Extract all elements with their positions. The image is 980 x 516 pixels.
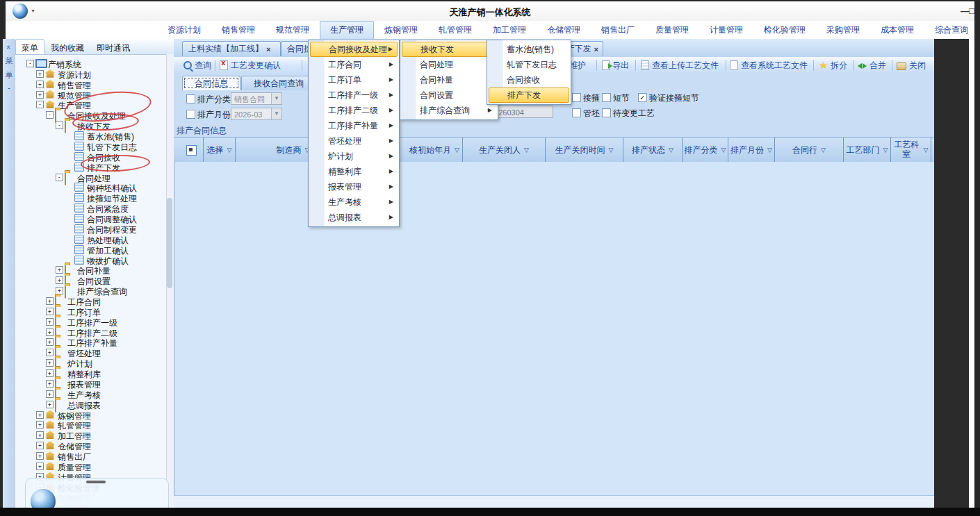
menubar-item-3[interactable]: 生产管理 <box>320 21 374 40</box>
tree-item[interactable]: +轧管管理 <box>15 419 165 430</box>
tab-close-icon[interactable]: × <box>266 45 275 53</box>
subtab-1[interactable]: 接收合同查询 <box>241 76 316 90</box>
column-filter-icon[interactable]: ▽ <box>883 147 888 153</box>
category-checkbox[interactable] <box>186 94 195 103</box>
tree-item[interactable]: 蓄水池(销售) <box>15 131 165 141</box>
grid-column-6[interactable]: 排产状态▽ <box>623 138 683 163</box>
tree-item[interactable]: -接收下发 <box>15 120 165 131</box>
tree-expander-icon[interactable]: - <box>46 111 54 119</box>
tree-expander-icon[interactable]: + <box>46 297 54 305</box>
menu-item-排产综合查询[interactable]: 排产综合查询▶ <box>402 103 496 118</box>
toolbar-button-5[interactable]: 查看系统工艺文件 <box>730 59 808 72</box>
toolbar-button-4[interactable]: 查看上传工艺文件 <box>641 59 719 72</box>
tree-expander-icon[interactable]: + <box>46 369 54 377</box>
menu-item-工序订单[interactable]: 工序订单▶ <box>310 72 398 88</box>
tree-item[interactable]: 轧管下发日志 <box>15 141 165 151</box>
tree-item[interactable]: +销售出厂 <box>15 451 165 461</box>
menu-item-合同处理[interactable]: 合同处理▶ <box>402 57 496 72</box>
logo-dropdown-icon[interactable]: ▼ <box>31 8 35 13</box>
tree-item[interactable]: +炉计划 <box>15 358 165 368</box>
column-filter-icon[interactable]: ▽ <box>609 147 614 153</box>
menubar-item-12[interactable]: 采购管理 <box>816 21 870 40</box>
tree-item[interactable]: +炼钢管理 <box>15 410 165 420</box>
tree-item[interactable]: +规范管理 <box>15 90 165 100</box>
collapsed-panel-strip[interactable]: « 菜单 - <box>3 39 16 508</box>
tree-expander-icon[interactable]: - <box>26 60 34 67</box>
subtab-0[interactable]: 合同信息 <box>182 76 240 90</box>
tree-item[interactable]: +工序排产一级 <box>15 317 165 327</box>
category-select[interactable]: 销售合同▼ <box>231 92 282 105</box>
tree-expander-icon[interactable]: + <box>46 380 54 388</box>
menu-item-合同接收及处理[interactable]: 合同接收及处理▶ <box>310 42 398 57</box>
tree-item[interactable]: 排产下发 <box>15 162 165 172</box>
collapse-chevron-icon[interactable]: « <box>5 41 13 53</box>
tree-expander-icon[interactable]: + <box>56 266 63 274</box>
tree-expander-icon[interactable]: + <box>46 401 54 408</box>
grid-column-selector[interactable] <box>179 138 204 163</box>
column-filter-icon[interactable]: ▽ <box>924 147 929 153</box>
tree-item[interactable]: +质量管理 <box>15 461 165 472</box>
filter-checkbox-待变更工艺[interactable] <box>602 108 611 117</box>
tree-item[interactable]: +合同设置 <box>15 275 165 285</box>
tree-item[interactable]: 合同紧急度 <box>15 203 165 213</box>
tree-item[interactable]: +工序排产补量 <box>15 337 165 347</box>
menu-item-轧管下发日志[interactable]: 轧管下发日志 <box>489 57 569 72</box>
menu-item-工序排产补量[interactable]: 工序排产补量▶ <box>310 118 398 133</box>
toolbar-button-7[interactable]: 合并 <box>858 59 886 72</box>
tree-item[interactable]: -产销系统 <box>15 58 165 69</box>
tree-expander-icon[interactable]: + <box>36 91 44 99</box>
filter-checkbox-短节[interactable] <box>602 93 611 102</box>
grid-column-10[interactable]: 工艺部门▽ <box>844 138 891 163</box>
grid-column-7[interactable]: 排产分类▽ <box>683 138 728 163</box>
menu-item-合同接收[interactable]: 合同接收 <box>489 72 569 88</box>
tree-expander-icon[interactable]: + <box>36 421 44 428</box>
toolbar-button-0[interactable]: 查询 <box>183 59 211 72</box>
tree-item[interactable]: +加工管理 <box>15 430 165 440</box>
menubar-item-11[interactable]: 检化验管理 <box>753 21 816 40</box>
menubar-item-0[interactable]: 资源计划 <box>157 21 211 40</box>
month-checkbox[interactable] <box>186 110 195 119</box>
tree-item[interactable]: -合同处理 <box>15 172 165 183</box>
column-filter-icon[interactable]: ▽ <box>227 147 232 153</box>
menu-item-蓄水池(销售)[interactable]: 蓄水池(销售) <box>489 42 569 57</box>
tree-item[interactable]: +报表管理 <box>15 378 165 389</box>
grid-column-5[interactable]: 生产关闭时间▽ <box>546 138 623 163</box>
tree-item[interactable]: -合同接收及处理 <box>15 110 165 120</box>
tree-expander-icon[interactable]: + <box>36 452 44 460</box>
menu-item-工序合同[interactable]: 工序合同▶ <box>310 57 398 72</box>
grid-column-9[interactable]: 合同行▽ <box>775 138 844 163</box>
chevron-down-icon[interactable]: ▼ <box>271 108 281 119</box>
tree-expander-icon[interactable]: + <box>46 338 54 346</box>
grid-column-11[interactable]: 工艺科室▽ <box>891 138 931 163</box>
tree-expander-icon[interactable]: + <box>46 318 54 326</box>
tree-item[interactable]: +工序排产二级 <box>15 327 165 338</box>
toolbar-button-6[interactable]: 拆分 <box>819 59 847 72</box>
tree-expander-icon[interactable]: - <box>36 101 44 108</box>
tree-item[interactable]: 镦拔扩确认 <box>15 255 165 265</box>
tree-item[interactable]: +工序订单 <box>15 306 165 317</box>
menubar-item-10[interactable]: 计量管理 <box>699 21 753 40</box>
tree-expander-icon[interactable]: + <box>36 442 44 449</box>
tree-item[interactable]: 管加工确认 <box>15 244 165 255</box>
tree-item[interactable]: +管坯处理 <box>15 347 165 358</box>
menu-item-工序排产二级[interactable]: 工序排产二级▶ <box>310 103 398 118</box>
tree-expander-icon[interactable]: + <box>36 431 44 439</box>
grid-column-1[interactable]: 选择▽ <box>204 138 236 163</box>
sidebar-tab-2[interactable]: 即时通讯 <box>90 39 136 54</box>
toolbar-button-3[interactable]: 导出 <box>602 59 629 72</box>
menu-item-工序排产一级[interactable]: 工序排产一级▶ <box>310 88 398 103</box>
grid-column-4[interactable]: 生产关闭人▽ <box>463 138 546 163</box>
tree-expander-icon[interactable]: - <box>56 122 63 129</box>
menu-item-合同补量[interactable]: 合同补量▶ <box>402 72 496 88</box>
menubar-item-2[interactable]: 规范管理 <box>266 21 320 40</box>
tree-item[interactable]: +精整利库 <box>15 368 165 378</box>
tab-close-icon[interactable]: × <box>594 45 603 53</box>
tree-expander-icon[interactable]: + <box>46 349 54 356</box>
select-all-checkbox[interactable] <box>186 145 197 156</box>
menubar-item-1[interactable]: 销售管理 <box>211 21 266 40</box>
tree-item[interactable]: +工序合同 <box>15 296 165 306</box>
grid-horizontal-scrollbar[interactable] <box>174 495 934 508</box>
tree-item[interactable]: +仓储管理 <box>15 440 165 451</box>
column-filter-icon[interactable]: ▽ <box>721 147 726 153</box>
chevron-down-icon[interactable]: ▼ <box>271 93 281 104</box>
